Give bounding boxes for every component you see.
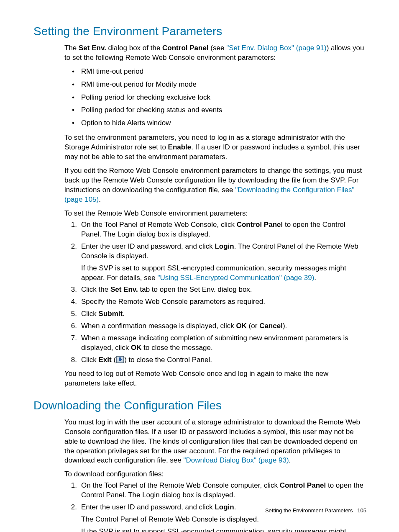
steps-intro: To set the Remote Web Console environmen… bbox=[64, 209, 366, 218]
text: . bbox=[123, 310, 125, 318]
intro-paragraph: The Set Env. dialog box of the Control P… bbox=[64, 44, 366, 63]
link-set-env-dialog[interactable]: "Set Env. Dialog Box" (page 91) bbox=[226, 44, 327, 52]
step-7: When a message indicating completion of … bbox=[64, 334, 366, 353]
list-item: Option to hide Alerts window bbox=[64, 118, 366, 128]
admin-role-paragraph: To set the environment parameters, you n… bbox=[64, 133, 366, 162]
text: Enter the user ID and password, and clic… bbox=[81, 503, 215, 511]
text: When a confirmation message is displayed… bbox=[81, 322, 236, 330]
env-params-bullet-list: RMI time-out period RMI time-out period … bbox=[64, 67, 366, 129]
text: (see bbox=[209, 44, 227, 52]
heading-setting-env-params: Setting the Environment Parameters bbox=[33, 23, 366, 39]
link-ssl-communication[interactable]: "Using SSL-Encrypted Communication" (pag… bbox=[157, 274, 314, 282]
step-5: Click Submit. bbox=[64, 309, 366, 319]
bold-ok: OK bbox=[236, 322, 247, 330]
text: ). bbox=[283, 322, 287, 330]
text: On the Tool Panel of Remote Web Console,… bbox=[81, 221, 237, 229]
download-steps-intro: To download configuration files: bbox=[64, 470, 366, 479]
list-item: Polling period for checking exclusive lo… bbox=[64, 93, 366, 103]
text: When a message indicating completion of … bbox=[81, 334, 348, 352]
bold-login: Login bbox=[215, 242, 234, 250]
text: . bbox=[99, 195, 101, 203]
step-4: Specify the Remote Web Console parameter… bbox=[64, 297, 366, 307]
section1-body: The Set Env. dialog box of the Control P… bbox=[64, 44, 366, 388]
relogin-note: You need to log out of Remote Web Consol… bbox=[64, 369, 366, 388]
text: If the SVP is set to support SSL-encrypt… bbox=[81, 527, 346, 532]
text: The bbox=[64, 44, 79, 52]
bold-control-panel: Control Panel bbox=[280, 481, 326, 489]
bold-enable: Enable bbox=[168, 143, 192, 151]
text: . bbox=[234, 503, 236, 511]
step-1: On the Tool Panel of the Remote Web Cons… bbox=[64, 481, 366, 500]
text: ( bbox=[112, 356, 116, 364]
set-env-steps: On the Tool Panel of Remote Web Console,… bbox=[64, 220, 366, 365]
list-item: Polling period for checking status and e… bbox=[64, 105, 366, 115]
bold-exit: Exit bbox=[99, 356, 112, 364]
list-item: RMI time-out period for Modify mode bbox=[64, 80, 366, 90]
text: Click the bbox=[81, 285, 110, 293]
text: ) to close the Control Panel. bbox=[124, 356, 212, 364]
step-6: When a confirmation message is displayed… bbox=[64, 321, 366, 331]
text: (or bbox=[247, 322, 259, 330]
step-2-sub1: The Control Panel of Remote Web Console … bbox=[81, 515, 366, 524]
section2-body: You must log in with the user account of… bbox=[64, 418, 366, 532]
exit-icon bbox=[116, 356, 124, 363]
text: Click bbox=[81, 310, 99, 318]
backup-note-paragraph: If you edit the Remote Web Console envir… bbox=[64, 166, 366, 205]
page-footer: Setting the Environment Parameters 105 bbox=[265, 507, 366, 514]
step-2-sub2: If the SVP is set to support SSL-encrypt… bbox=[81, 527, 366, 532]
bold-submit: Submit bbox=[99, 310, 123, 318]
step-2-note: If the SVP is set to support SSL-encrypt… bbox=[81, 264, 366, 283]
link-download-dialog[interactable]: "Download Dialog Box" (page 93) bbox=[183, 456, 289, 464]
download-intro-paragraph: You must log in with the user account of… bbox=[64, 418, 366, 466]
page-number: 105 bbox=[357, 507, 366, 514]
text: Click bbox=[81, 356, 99, 364]
bold-control-panel: Control Panel bbox=[162, 44, 209, 52]
step-3: Click the Set Env. tab to open the Set E… bbox=[64, 285, 366, 295]
step-8: Click Exit () to close the Control Panel… bbox=[64, 355, 366, 365]
text: dialog box of the bbox=[106, 44, 162, 52]
bold-set-env: Set Env. bbox=[79, 44, 106, 52]
text: On the Tool Panel of the Remote Web Cons… bbox=[81, 481, 280, 489]
bold-login: Login bbox=[215, 503, 234, 511]
footer-title: Setting the Environment Parameters bbox=[265, 507, 353, 514]
step-2: Enter the user ID and password, and clic… bbox=[64, 242, 366, 283]
bold-ok: OK bbox=[131, 344, 142, 352]
text: to close the message. bbox=[142, 344, 213, 352]
list-item: RMI time-out period bbox=[64, 67, 366, 77]
download-steps: On the Tool Panel of the Remote Web Cons… bbox=[64, 481, 366, 532]
bold-set-env: Set Env. bbox=[110, 285, 138, 293]
step-1: On the Tool Panel of Remote Web Console,… bbox=[64, 220, 366, 239]
text: tab to open the Set Env. dialog box. bbox=[138, 285, 252, 293]
bold-cancel: Cancel bbox=[259, 322, 283, 330]
text: Enter the user ID and password, and clic… bbox=[81, 242, 215, 250]
text: . bbox=[314, 274, 316, 282]
heading-downloading-config-files: Downloading the Configuration Files bbox=[33, 398, 366, 414]
bold-control-panel: Control Panel bbox=[237, 221, 283, 229]
text: . bbox=[289, 456, 291, 464]
